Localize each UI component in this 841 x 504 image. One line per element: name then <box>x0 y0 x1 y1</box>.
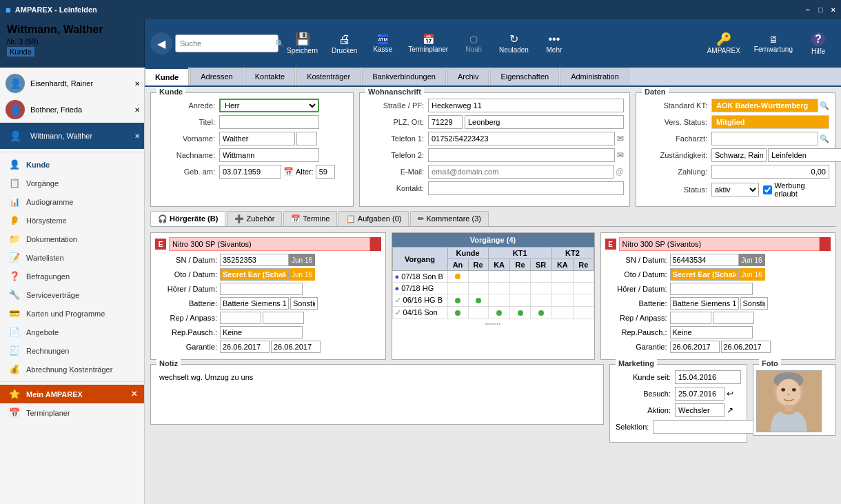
aktion-icon[interactable]: ↗ <box>727 405 733 415</box>
status-select[interactable]: aktiv inaktiv <box>711 183 759 196</box>
tab-administration[interactable]: Administration <box>560 68 629 85</box>
sidebar-item-befragungen[interactable]: ❓ Befragungen <box>0 267 144 285</box>
hearing-right-batterie-extra[interactable] <box>740 297 768 310</box>
hearing-right-sn-input[interactable] <box>670 254 739 266</box>
tab-kontakte[interactable]: Kontakte <box>245 68 295 85</box>
patient-eisenhardt[interactable]: 👤 Eisenhardt, Rainer ✕ <box>0 70 144 97</box>
tel2-input[interactable] <box>428 148 615 162</box>
minimize-btn[interactable]: − <box>805 6 809 14</box>
hearing-left-rep-input1[interactable] <box>220 312 261 324</box>
besuch-icon[interactable]: ↩ <box>727 389 733 399</box>
hearing-right-reppausch-input[interactable] <box>670 326 753 339</box>
hearing-left-horer-input[interactable] <box>220 283 303 295</box>
hearing-left-oto-input[interactable] <box>220 268 289 281</box>
sidebar-item-kunde[interactable]: 👤 Kunde <box>0 155 144 174</box>
tab-adressen[interactable]: Adressen <box>190 68 243 85</box>
noah-btn[interactable]: ⬡ Noah <box>456 33 491 54</box>
sidebar-item-mein-amparex[interactable]: ⭐ Mein AMPAREX ✕ <box>0 385 144 403</box>
tab-archiv[interactable]: Archiv <box>447 68 489 85</box>
table-row[interactable]: ✓ 04/16 Son <box>392 307 594 319</box>
hilfe-btn[interactable]: ? Hilfe <box>801 31 835 57</box>
sidebar-item-abrechnung[interactable]: 💰 Abrechnung Kostenträger <box>0 360 144 379</box>
vorname-input[interactable] <box>219 132 295 145</box>
close-eisenhardt[interactable]: ✕ <box>134 80 140 88</box>
search-input[interactable] <box>180 39 275 48</box>
close-wittmann[interactable]: ✕ <box>134 132 140 140</box>
sidebar-item-horsysteme[interactable]: 👂 Hörsysteme <box>0 211 144 230</box>
patient-wittmann[interactable]: 👤 Wittmann, Walther ✕ <box>0 123 144 149</box>
resize-handle[interactable]: •••••••• <box>392 321 594 327</box>
kasse-btn[interactable]: 🏧 Kasse <box>365 33 400 54</box>
selektion-input[interactable] <box>653 420 755 434</box>
subtab-zubehor[interactable]: ➕ Zubehör <box>227 211 282 226</box>
sidebar-item-servicevertrage[interactable]: 🔧 Serviceverträge <box>0 285 144 304</box>
alter-input[interactable] <box>316 165 335 179</box>
speichern-btn[interactable]: 💾 Speichern <box>281 32 323 56</box>
ort-input[interactable] <box>465 115 624 129</box>
hearing-right-oto-input[interactable] <box>670 268 739 281</box>
email-input[interactable] <box>428 165 614 179</box>
amparex-btn[interactable]: 🔑 AMPAREX <box>702 32 746 56</box>
anrede-select[interactable]: Herr Frau <box>219 99 319 112</box>
close-bothner[interactable]: ✕ <box>134 106 140 114</box>
facharzt-search-icon[interactable]: 🔍 <box>820 134 829 143</box>
hearing-left-garantie-input1[interactable] <box>220 341 270 353</box>
table-row[interactable]: ✓ 06/16 HG B <box>392 294 594 307</box>
hearing-right-rep-input1[interactable] <box>670 312 711 324</box>
werbung-checkbox[interactable] <box>763 185 772 194</box>
close-btn[interactable]: × <box>831 6 835 14</box>
facharzt-input[interactable] <box>711 132 818 145</box>
drucken-btn[interactable]: 🖨 Drucken <box>326 32 363 56</box>
patient-bothner[interactable]: 👤 Bothner, Frieda ✕ <box>0 97 144 123</box>
hearing-left-garantie-input2[interactable] <box>271 341 321 353</box>
terminplaner-btn[interactable]: 📅 Terminplaner <box>403 33 454 54</box>
mehr-btn[interactable]: ••• Mehr <box>537 32 571 55</box>
table-row[interactable]: ● 07/18 HG <box>392 283 594 294</box>
hearing-right-rep-input2[interactable] <box>713 312 754 324</box>
standardkt-search-icon[interactable]: 🔍 <box>820 101 829 110</box>
zustandigkeit-input1[interactable] <box>711 148 767 162</box>
hearing-right-garantie-input1[interactable] <box>670 341 720 353</box>
hearing-left-batterie-extra[interactable] <box>290 297 318 310</box>
hearing-right-garantie-input2[interactable] <box>721 341 771 353</box>
tel1-input[interactable] <box>428 132 615 145</box>
nachname-input[interactable] <box>219 148 319 162</box>
kontakt-input[interactable] <box>428 181 624 195</box>
hearing-left-reppausch-input[interactable] <box>220 326 303 339</box>
search-box[interactable]: 🔍 <box>175 34 278 52</box>
close-mein-amparex[interactable]: ✕ <box>131 390 137 399</box>
sidebar-item-angebote[interactable]: 📄 Angebote <box>0 323 144 341</box>
hearing-left-rep-input2[interactable] <box>263 312 304 324</box>
subtab-termine[interactable]: 📅 Termine <box>283 211 337 226</box>
notiz-textarea[interactable]: wechselt wg. Umzug zu uns <box>156 370 598 417</box>
window-controls[interactable]: − □ × <box>805 6 835 14</box>
sidebar-item-terminplaner-bottom[interactable]: 📅 Terminplaner <box>0 403 144 422</box>
sidebar-item-audiogramme[interactable]: 📊 Audiogramme <box>0 192 144 211</box>
sidebar-item-dokumentation[interactable]: 📁 Dokumentation <box>0 230 144 248</box>
strasse-input[interactable] <box>428 99 624 112</box>
neuladen-btn[interactable]: ↻ Neuladen <box>494 32 534 55</box>
calendar-icon[interactable]: 📅 <box>283 167 294 177</box>
foto-image[interactable] <box>756 370 822 432</box>
tab-kunde[interactable]: Kunde <box>145 68 189 85</box>
zustandigkeit-input2[interactable] <box>768 148 841 162</box>
subtab-horgerate[interactable]: 🎧 Hörgeräte (B) <box>150 211 225 226</box>
sidebar-item-karten[interactable]: 💳 Karten und Programme <box>0 304 144 323</box>
plz-input[interactable] <box>428 115 463 129</box>
hearing-left-sn-input[interactable] <box>220 254 289 266</box>
kundeseit-input[interactable] <box>675 370 741 384</box>
besuch-input[interactable] <box>675 387 725 401</box>
subtab-kommentare[interactable]: ✏ Kommentare (3) <box>410 211 489 226</box>
subtab-aufgaben[interactable]: 📋 Aufgaben (0) <box>338 211 409 226</box>
hearing-right-batterie-input[interactable] <box>670 297 739 310</box>
fernwartung-btn[interactable]: 🖥 Fernwartung <box>749 33 798 54</box>
hearing-right-horer-input[interactable] <box>670 283 753 295</box>
titel-input[interactable] <box>219 115 319 129</box>
sidebar-item-vorgange[interactable]: 📋 Vorgänge <box>0 174 144 192</box>
tab-kostentrage[interactable]: Kostenträger <box>296 68 361 85</box>
sidebar-item-rechnungen[interactable]: 🧾 Rechnungen <box>0 341 144 360</box>
maximize-btn[interactable]: □ <box>818 6 823 14</box>
tab-eigenschaften[interactable]: Eigenschaften <box>490 68 559 85</box>
hearing-left-batterie-input[interactable] <box>220 297 289 310</box>
back-button[interactable]: ◀ <box>150 32 172 54</box>
